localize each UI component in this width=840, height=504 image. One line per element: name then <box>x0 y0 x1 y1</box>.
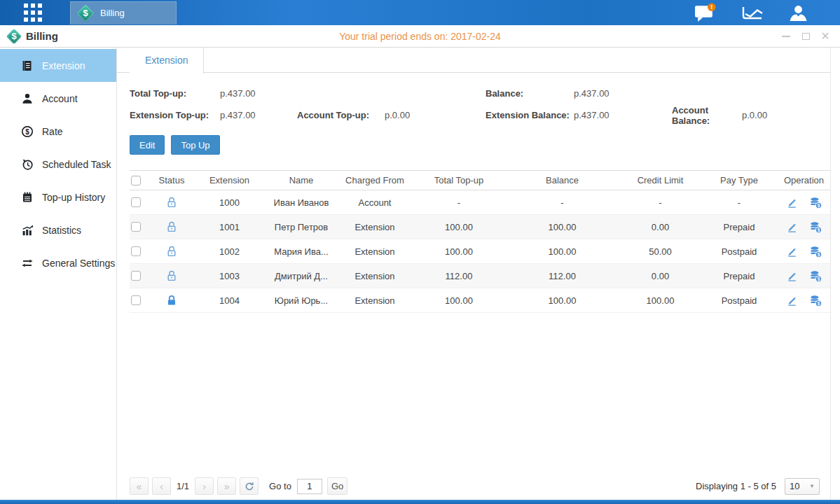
maximize-button[interactable] <box>801 31 811 41</box>
desktop-background-strip <box>0 500 840 504</box>
col-status: Status <box>151 175 193 186</box>
topup-extension-icon[interactable]: $ <box>809 220 822 234</box>
sidebar-item-label: Account <box>42 93 78 104</box>
minimize-button[interactable] <box>781 31 791 41</box>
edit-extension-icon[interactable] <box>786 221 798 233</box>
top-up-button[interactable]: Top Up <box>171 135 219 155</box>
ledger-icon <box>21 59 34 72</box>
cell-extension: 1001 <box>193 222 266 232</box>
window-app-identity: $ Billing <box>0 29 58 44</box>
extension-topup-value: p.437.00 <box>220 110 297 120</box>
cell-pay-type: Prepaid <box>701 222 778 232</box>
svg-text:$: $ <box>817 227 820 232</box>
screen: $ Billing ! <box>0 0 840 504</box>
account-topup-label: Account Top-up: <box>297 110 385 120</box>
transfer-arrows-icon <box>21 257 34 270</box>
sidebar-item-account[interactable]: Account <box>0 82 116 115</box>
topup-extension-icon[interactable]: $ <box>809 270 822 283</box>
table-row: 1002 Мария Ива... Extension 100.00 100.0… <box>130 239 830 264</box>
account-balance-label: Account Balance: <box>672 105 742 126</box>
clock-icon <box>21 158 34 171</box>
sidebar-item-label: Extension <box>42 60 85 71</box>
row-checkbox[interactable] <box>131 197 141 207</box>
col-charged-from: Charged From <box>336 175 413 186</box>
row-checkbox[interactable] <box>131 222 141 232</box>
page-size-value: 10 <box>790 481 799 491</box>
cell-charged-from: Extension <box>336 222 413 232</box>
tab-strip: Extension <box>117 48 830 73</box>
cell-name: Юрий Юрь... <box>266 295 336 306</box>
statistics-chart-icon[interactable] <box>741 4 764 21</box>
col-name: Name <box>266 175 336 186</box>
total-topup-label: Total Top-up: <box>130 88 220 99</box>
row-checkbox[interactable] <box>131 295 141 305</box>
row-checkbox[interactable] <box>131 246 141 256</box>
col-credit-limit: Credit Limit <box>620 175 701 186</box>
messages-icon[interactable]: ! <box>694 3 716 22</box>
cell-credit-limit: 50.00 <box>620 246 701 257</box>
cell-extension: 1000 <box>193 197 266 208</box>
page-indicator: 1/1 <box>177 481 189 491</box>
cell-extension: 1003 <box>193 271 266 281</box>
go-button[interactable]: Go <box>327 477 347 495</box>
sidebar-item-rate[interactable]: $ Rate <box>0 115 116 148</box>
billing-window-icon: $ <box>6 29 22 44</box>
cell-extension: 1002 <box>193 246 266 257</box>
cell-credit-limit: 0.00 <box>620 222 701 232</box>
sidebar-item-statistics[interactable]: Statistics <box>0 214 116 246</box>
topup-extension-icon[interactable]: $ <box>809 294 822 307</box>
table-row: 1004 Юрий Юрь... Extension 100.00 100.00… <box>130 288 830 313</box>
cell-pay-type: Postpaid <box>701 295 778 306</box>
cell-balance: - <box>504 197 620 208</box>
svg-text:$: $ <box>817 276 820 281</box>
svg-text:$: $ <box>817 251 820 257</box>
cell-name: Дмитрий Д... <box>266 271 336 281</box>
taskbar-tab-billing[interactable]: $ Billing <box>70 1 177 24</box>
topup-extension-icon[interactable]: $ <box>809 245 822 258</box>
refresh-button[interactable] <box>240 477 259 495</box>
cell-credit-limit: - <box>620 197 701 208</box>
person-icon <box>21 92 34 105</box>
topup-extension-icon[interactable]: $ <box>809 196 822 209</box>
app-launcher-icon[interactable] <box>24 4 42 22</box>
extension-balance-value: p.437.00 <box>574 110 672 120</box>
edit-extension-icon[interactable] <box>786 197 798 209</box>
window-body: Extension Account $ Rate <box>0 48 840 500</box>
close-button[interactable]: ✕ <box>820 31 830 41</box>
cell-total-topup: 100.00 <box>413 295 504 306</box>
sidebar-item-extension[interactable]: Extension <box>0 49 116 82</box>
sidebar: Extension Account $ Rate <box>0 48 117 500</box>
edit-extension-icon[interactable] <box>786 270 798 282</box>
next-page-button[interactable]: › <box>195 477 214 495</box>
sidebar-item-topup-history[interactable]: Top-up History <box>0 181 116 214</box>
first-page-button[interactable]: « <box>130 477 149 495</box>
col-pay-type: Pay Type <box>701 175 778 186</box>
sidebar-item-label: Rate <box>42 126 63 137</box>
status-unlocked-icon <box>165 270 178 282</box>
extension-topup-label: Extension Top-up: <box>130 110 220 120</box>
last-page-button[interactable]: » <box>217 477 236 495</box>
cell-charged-from: Account <box>336 197 413 208</box>
user-account-icon[interactable] <box>789 4 808 22</box>
billing-summary: Total Top-up: p.437.00 Balance: p.437.00… <box>130 83 830 126</box>
svg-text:$: $ <box>817 300 820 306</box>
cell-charged-from: Extension <box>336 271 413 281</box>
goto-page-input[interactable] <box>297 479 322 494</box>
prev-page-button[interactable]: ‹ <box>152 477 171 495</box>
edit-button[interactable]: Edit <box>130 135 165 155</box>
page-size-select[interactable]: 10 ▼ <box>785 478 820 495</box>
cell-total-topup: 100.00 <box>413 246 504 257</box>
select-all-checkbox[interactable] <box>131 176 141 186</box>
sidebar-item-label: Top-up History <box>42 192 105 203</box>
row-checkbox[interactable] <box>131 271 141 281</box>
balance-label: Balance: <box>486 88 574 99</box>
sidebar-item-general-settings[interactable]: General Settings <box>0 246 116 279</box>
status-unlocked-icon <box>165 196 178 209</box>
window-titlebar: $ Billing Your trial period ends on: 201… <box>0 25 840 48</box>
sidebar-item-scheduled-task[interactable]: Scheduled Task <box>0 148 116 181</box>
edit-extension-icon[interactable] <box>786 246 798 258</box>
edit-extension-icon[interactable] <box>786 295 798 307</box>
cell-pay-type: Postpaid <box>701 246 778 257</box>
tab-extension[interactable]: Extension <box>130 48 204 74</box>
cell-pay-type: Prepaid <box>701 271 778 281</box>
